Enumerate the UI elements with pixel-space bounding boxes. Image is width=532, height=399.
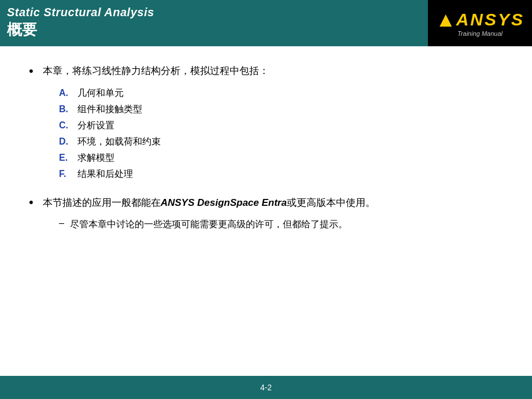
sub-item-d: D. 环境，如载荷和约束: [59, 135, 503, 149]
sub-label-a: A.: [59, 86, 73, 100]
bullet-2-part2: 或更高版本中使用。: [287, 197, 375, 208]
sub-text-f: 结果和后处理: [77, 167, 133, 181]
sub-label-d: D.: [59, 135, 73, 149]
footer: 4-2: [0, 376, 532, 399]
bullet-section-1: • 本章，将练习线性静力结构分析，模拟过程中包括： A. 几何和单元 B. 组件…: [29, 64, 503, 181]
bullet-section-2: • 本节描述的应用一般都能在ANSYS DesignSpace Entra或更高…: [29, 195, 503, 231]
sub-item-a: A. 几何和单元: [59, 86, 503, 100]
ansys-logo: ▲ ANSYS Training Manual: [435, 5, 525, 42]
header: Static Structural Analysis 概要 ▲ ANSYS Tr…: [0, 0, 532, 46]
sub-text-d: 环境，如载荷和约束: [77, 135, 161, 149]
bullet-1-main: • 本章，将练习线性静力结构分析，模拟过程中包括：: [29, 64, 503, 80]
sub-item-c: C. 分析设置: [59, 119, 503, 132]
sub-item-f: F. 结果和后处理: [59, 167, 503, 181]
page-wrapper: Static Structural Analysis 概要 ▲ ANSYS Tr…: [0, 0, 532, 399]
ansys-logo-text: ANSYS: [456, 10, 524, 29]
sub-text-a: 几何和单元: [77, 86, 124, 100]
bullet-2-part1: 本节描述的应用一般都能在: [43, 197, 161, 208]
ansys-wordmark: ▲ ANSYS: [435, 9, 524, 30]
page-subtitle: 概要: [7, 21, 421, 39]
sub-text-e: 求解模型: [77, 151, 114, 165]
page-title: Static Structural Analysis: [7, 5, 421, 20]
ansys-bracket-icon: ▲: [435, 9, 456, 30]
dash-text: 尽管本章中讨论的一些选项可能需要更高级的许可，但都给了提示。: [70, 217, 348, 231]
sub-item-e: E. 求解模型: [59, 151, 503, 165]
page-number: 4-2: [260, 383, 272, 392]
sub-label-e: E.: [59, 151, 73, 165]
training-manual-label: Training Manual: [457, 30, 503, 37]
main-content: • 本章，将练习线性静力结构分析，模拟过程中包括： A. 几何和单元 B. 组件…: [0, 46, 532, 376]
bullet-dot-2: •: [29, 194, 34, 212]
header-right: ▲ ANSYS Training Manual: [428, 0, 532, 46]
sub-text-c: 分析设置: [77, 119, 114, 132]
bullet-dot-1: •: [29, 62, 34, 80]
bullet-2-brand: ANSYS DesignSpace Entra: [161, 197, 287, 208]
bullet-2-main: • 本节描述的应用一般都能在ANSYS DesignSpace Entra或更高…: [29, 195, 503, 212]
header-left: Static Structural Analysis 概要: [0, 0, 428, 46]
bullet-1-text: 本章，将练习线性静力结构分析，模拟过程中包括：: [43, 64, 269, 79]
sub-items-list: A. 几何和单元 B. 组件和接触类型 C. 分析设置 D. 环境，如载荷和约束…: [59, 86, 503, 181]
sub-item-b: B. 组件和接触类型: [59, 102, 503, 116]
sub-text-b: 组件和接触类型: [77, 102, 142, 116]
sub-label-b: B.: [59, 102, 73, 116]
dash-symbol: –: [59, 218, 64, 228]
dash-item: – 尽管本章中讨论的一些选项可能需要更高级的许可，但都给了提示。: [59, 217, 503, 231]
sub-label-c: C.: [59, 119, 73, 132]
sub-label-f: F.: [59, 167, 73, 181]
bullet-2-text: 本节描述的应用一般都能在ANSYS DesignSpace Entra或更高版本…: [43, 195, 375, 210]
